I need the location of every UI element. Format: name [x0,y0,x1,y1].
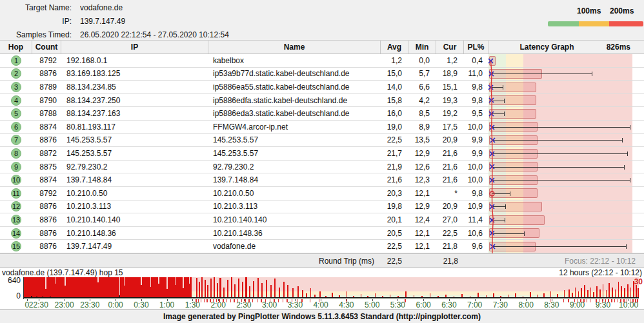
axis-loss-tick [611,299,612,302]
table-row[interactable]: 9887592.79.230.292.79.230.221,912,621,61… [0,161,644,174]
timeline-bar [297,286,299,298]
hop-cell: 8 [0,147,32,160]
timeline-bar [584,285,585,298]
latency-graph-cell [488,240,644,253]
table-row[interactable]: 3878988.134.234.85ip5886ea55.static.kabe… [0,81,644,94]
table-row[interactable]: 88872145.253.5.57145.253.5.5721,712,921,… [0,147,644,161]
avg-marker-icon [489,202,495,211]
axis-loss-tick [405,299,406,302]
cur-cell: 22,5 [436,227,464,240]
footer-caption: Image generated by PingPlotter Windows 5… [0,309,644,323]
column-header-avg[interactable]: Avg [381,41,408,54]
timeline-bar [270,285,272,298]
axis-loss-tick [618,299,619,302]
axis-loss-tick [605,299,607,302]
table-row[interactable]: 2887683.169.183.125ip53a9b77d.static.kab… [0,68,644,81]
timeline-bar [214,277,215,298]
table-row[interactable]: 5878888.134.237.163ip5886eda3.static.kab… [0,107,644,121]
table-row[interactable]: 4879088.134.237.250ip5886edfa.static.kab… [0,94,644,108]
column-header-ip[interactable]: IP [61,41,208,54]
count-cell: 8872 [32,147,61,160]
table-row[interactable]: 14887610.210.148.3610.210.148.3620,512,1… [0,227,644,240]
column-header-name[interactable]: Name [208,41,381,54]
packet-loss-cell: 9,5 [464,107,488,120]
hop-cell: 2 [0,68,32,81]
timeline-gap [119,277,121,295]
table-row[interactable]: 78876145.253.5.57145.253.5.5722,513,520,… [0,134,644,148]
timeline-bar [231,277,232,298]
pingplotter-window: Target Name: vodafone.de IP: 139.7.147.4… [0,0,644,323]
column-header-cur[interactable]: Cur [436,41,464,54]
axis-time-label: 23:00 [55,300,74,309]
name-cell: ip5886eda3.static.kabel-deutschland.de [208,107,381,120]
ip-label: IP: [0,17,76,26]
min-cell: 12,4 [408,213,436,226]
latency-graph-cell [488,121,644,133]
column-header-min[interactable]: Min [408,41,436,54]
timeline-bar [257,278,259,298]
timeline-bar [207,285,208,298]
avg-cell: 21,6 [381,173,408,186]
table-row[interactable]: 6887480.81.193.117FFMGW4.arcor-ip.net19,… [0,121,644,134]
timeline-bar [636,285,637,298]
avg-marker-icon [489,216,495,225]
timeline-bar [205,280,206,298]
cur-cell: 21,6 [436,161,464,173]
name-cell: ip53a9b77d.static.kabel-deutschland.de [208,68,381,81]
column-header-hop[interactable]: Hop [0,41,32,54]
table-row[interactable]: 11879210.210.0.5010.210.0.5020,312,1*9,8 [0,187,644,201]
axis-loss-tick [620,299,621,302]
hop-number-badge: 10 [11,175,21,185]
table-row[interactable]: 18792192.168.0.1kabelbox1,20,01,20,4 [0,54,644,68]
min-cell: 4,2 [408,94,436,107]
hop-number-badge: 12 [11,201,21,211]
latency-graph-cell [488,94,644,107]
timeline-gap [45,277,46,289]
count-cell: 8874 [32,173,61,186]
count-cell: 8789 [32,81,61,93]
timeline-bar [638,288,639,298]
latency-scale-legend: 100ms 200ms [548,5,643,17]
latency-range-cap [505,218,505,222]
timeline-graph[interactable] [23,277,639,299]
avg-marker-icon [490,136,496,145]
timeline-bar [621,286,622,298]
ip-cell: 10.210.3.113 [61,201,208,213]
axis-loss-tick [310,299,311,302]
latency-range-cap [505,204,506,209]
cur-cell: 21,6 [436,147,464,160]
axis-loss-tick [602,299,603,302]
column-header-count[interactable]: Count [32,41,61,54]
axis-loss-tick [587,299,588,302]
table-row[interactable]: 108874139.7.148.84139.7.148.8421,612,321… [0,173,644,187]
axis-time-label: 6:30 [441,300,456,309]
avg-cell: 20,1 [381,213,408,226]
timeline-gap [124,277,125,286]
timeline-bar [612,288,613,299]
latency-graph-cell [488,227,644,240]
column-header-pl[interactable]: PL% [464,41,488,54]
target-name-value: vodafone.de [76,3,229,12]
timeline-bar [245,277,247,298]
cur-cell: 19,3 [436,94,464,107]
avg-marker-icon [489,150,495,159]
hop-cell: 12 [0,201,32,213]
ip-cell: 192.168.0.1 [61,54,208,67]
table-row[interactable]: 12887610.210.3.11310.210.3.11319,812,920… [0,201,644,214]
axis-loss-tick [599,299,600,302]
axis-time-label: 3:30 [288,300,303,309]
target-info-grid: Target Name: vodafone.de IP: 139.7.147.4… [0,3,229,39]
timeline-bar [603,284,604,298]
latency-range-line [492,246,626,247]
table-row[interactable]: 158876139.7.147.49vodafone.de22,512,121,… [0,240,644,253]
count-cell: 8876 [32,201,61,213]
latency-range-cap [627,152,628,156]
name-cell: 10.210.140.140 [208,213,381,226]
hop-cell: 13 [0,213,32,226]
column-header-latency-graph[interactable]: Latency Graph 826ms [488,41,644,54]
table-row[interactable]: 13887610.210.140.14010.210.140.14020,112… [0,213,644,227]
packet-loss-cell: 11,0 [464,68,488,81]
timeline-bar [618,282,619,298]
avg-cell: 19,0 [381,121,408,133]
cur-cell: 18,9 [436,68,464,81]
